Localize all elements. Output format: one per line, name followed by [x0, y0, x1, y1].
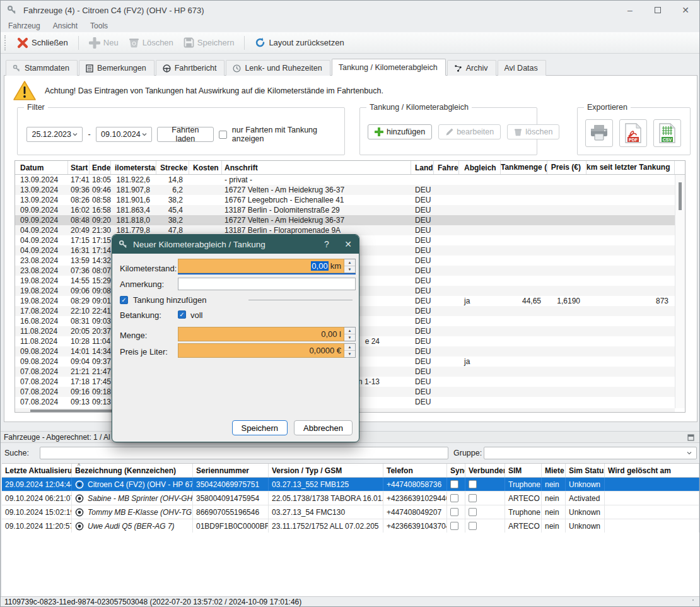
col-strecke[interactable]: Strecke: [156, 161, 189, 174]
new-button[interactable]: Neu: [84, 35, 124, 51]
save-button[interactable]: Speichern: [178, 35, 240, 50]
trip-row[interactable]: 09.09.2024 16:02 16:58 181.863,4 45,4 13…: [15, 205, 675, 215]
col-letzte-aktualisierung[interactable]: Letzte Aktualisierung: [2, 464, 72, 477]
menu-tools[interactable]: Tools: [84, 21, 114, 30]
group-select[interactable]: [484, 447, 697, 459]
col-kosten[interactable]: Kosten: [189, 161, 222, 174]
spin-down-icon[interactable]: ▼: [344, 334, 355, 341]
col-tankmenge[interactable]: Tankmenge (l): [501, 161, 547, 174]
col-sim[interactable]: SIM: [505, 464, 542, 477]
add-tankung-button[interactable]: hinzufügen: [368, 124, 432, 139]
dock-icon[interactable]: [687, 434, 694, 441]
spin-down-icon[interactable]: ▼: [344, 266, 355, 273]
tankung-checkbox[interactable]: ✓: [120, 296, 128, 304]
vehicle-row[interactable]: 09.10.2024 15:02:19 Tommy MB E-Klasse (O…: [2, 505, 699, 519]
tab-tankung-kilometerabgleich[interactable]: Tankung / Kilometerabgleich: [332, 59, 446, 76]
kilometerstand-spinner[interactable]: ▲▼: [344, 259, 356, 273]
spin-up-icon[interactable]: ▲: [344, 344, 355, 351]
col-miete[interactable]: Miete: [542, 464, 566, 477]
tab-archiv[interactable]: Archiv: [447, 60, 496, 76]
verbunden-checkbox[interactable]: [469, 508, 477, 516]
date-to-select[interactable]: 09.10.2024: [96, 127, 152, 142]
dialog-title-bar[interactable]: Neuer Kilometerabgleich / Tankung ? ✕: [112, 235, 359, 254]
sync-checkbox[interactable]: [450, 494, 458, 502]
trip-row[interactable]: 13.09.2024 08:26 08:58 181.901,6 38,2 16…: [15, 195, 675, 205]
export-pdf-button[interactable]: PDF: [619, 119, 647, 147]
menge-input[interactable]: 0,00 l: [178, 327, 344, 341]
search-input[interactable]: [40, 447, 448, 459]
trip-row[interactable]: 13.09.2024 09:36 09:46 181.907,8 6,2 167…: [15, 185, 675, 195]
vehicle-row[interactable]: 29.09.2024 12:04:44 Citroen C4 (FV2) (OH…: [2, 478, 699, 492]
col-sim-status[interactable]: Sim Status: [566, 464, 605, 477]
col-datum[interactable]: Datum: [15, 161, 68, 174]
close-button[interactable]: Schließen: [12, 35, 73, 51]
dialog-help-button[interactable]: ?: [316, 239, 337, 249]
col-preis[interactable]: Preis (€): [547, 161, 586, 174]
spin-down-icon[interactable]: ▼: [344, 351, 355, 357]
load-trips-button[interactable]: Fahrten laden: [157, 127, 214, 142]
vehicles-table-header[interactable]: ^ Letzte Aktualisierung Bezeichnung (Ken…: [2, 464, 699, 478]
scrollbar-thumb[interactable]: [30, 410, 114, 412]
col-start[interactable]: Start: [68, 161, 90, 174]
reset-layout-button[interactable]: Layout zurücksetzen: [250, 35, 349, 50]
menu-ansicht[interactable]: Ansicht: [47, 21, 84, 30]
close-window-button[interactable]: ✕: [672, 1, 699, 20]
delete-button[interactable]: Löschen: [124, 35, 178, 50]
dialog-save-button[interactable]: Speichern: [232, 420, 288, 435]
maximize-button[interactable]: [644, 1, 672, 20]
trips-table-header[interactable]: Datum Start Ende ilometerstand Strecke K…: [15, 161, 685, 175]
col-version-typ-gsm[interactable]: Version / Typ / GSM: [269, 464, 383, 477]
tab-bemerkungen[interactable]: Bemerkungen: [79, 60, 155, 76]
col-ende[interactable]: Ende: [90, 161, 111, 174]
preis-input[interactable]: 0,0000 €: [178, 343, 344, 358]
trip-abgleich: [459, 286, 501, 296]
trip-row[interactable]: 09.09.2024 08:48 09:20 181.818,0 38,2 16…: [15, 215, 675, 225]
sync-checkbox[interactable]: [450, 480, 458, 488]
print-button[interactable]: [585, 119, 613, 147]
col-wird-geloescht-am[interactable]: Wird gelöscht am: [605, 464, 699, 477]
anmerkung-input[interactable]: [178, 278, 356, 290]
tab-stammdaten[interactable]: Stammdaten: [6, 60, 78, 76]
delete-tankung-button[interactable]: löschen: [507, 124, 559, 139]
edit-tankung-button[interactable]: bearbeiten: [438, 124, 501, 139]
preis-spinner[interactable]: ▲▼: [344, 343, 356, 358]
dialog-close-button[interactable]: ✕: [337, 239, 359, 249]
col-abgleich[interactable]: Abgleich: [459, 161, 501, 174]
col-seriennummer[interactable]: Seriennummer: [193, 464, 269, 477]
col-telefon[interactable]: Telefon: [383, 464, 447, 477]
verbunden-checkbox[interactable]: [469, 480, 477, 488]
scrollbar-thumb[interactable]: [679, 182, 682, 210]
vehicle-row[interactable]: 09.10.2024 06:21:07 Sabine - MB Sprinter…: [2, 492, 699, 505]
sync-checkbox[interactable]: [450, 522, 458, 530]
dialog-cancel-button[interactable]: Abbrechen: [294, 420, 353, 435]
vertical-scrollbar[interactable]: [675, 175, 685, 408]
col-kilometerstand[interactable]: ilometerstand: [111, 161, 156, 174]
sync-checkbox[interactable]: [450, 508, 458, 516]
spin-up-icon[interactable]: ▲: [344, 259, 355, 266]
only-tank-checkbox[interactable]: [219, 131, 227, 139]
menu-fahrzeug[interactable]: Fahrzeug: [2, 21, 47, 30]
col-fahrer[interactable]: Fahrer: [434, 161, 459, 174]
col-sync[interactable]: Sync: [447, 464, 465, 477]
tab-avl-datas[interactable]: Avl Datas: [498, 60, 546, 76]
tab-lenk-ruhezeiten[interactable]: Lenk- und Ruhezeiten: [226, 60, 330, 76]
resize-grip[interactable]: [692, 599, 698, 605]
tab-fahrtbericht[interactable]: Fahrtbericht: [156, 60, 225, 76]
minimize-button[interactable]: –: [616, 1, 644, 20]
trip-row[interactable]: 13.09.2024 17:41 18:05 181.922,6 14,8 - …: [15, 175, 675, 185]
voll-checkbox[interactable]: ✓: [178, 310, 186, 319]
date-from-select[interactable]: 25.12.2023: [26, 127, 83, 142]
export-csv-button[interactable]: CSV: [653, 119, 681, 147]
col-km-seit-tankung[interactable]: km seit letzter Tankung: [586, 161, 675, 174]
menge-spinner[interactable]: ▲▼: [344, 327, 356, 341]
vehicle-row[interactable]: 09.10.2024 11:20:57 Uwe Audi Q5 (BER-AG …: [2, 519, 699, 533]
verbunden-checkbox[interactable]: [469, 522, 477, 530]
spin-up-icon[interactable]: ▲: [344, 327, 355, 334]
kilometerstand-input[interactable]: 0,00 km: [178, 259, 344, 273]
col-verbunden[interactable]: Verbunden: [465, 464, 505, 477]
col-anschrift[interactable]: Anschrift: [222, 161, 411, 174]
col-land[interactable]: Land: [411, 161, 434, 174]
col-bezeichnung[interactable]: Bezeichnung (Kennzeichen): [72, 464, 193, 477]
toolbar-grip[interactable]: [4, 35, 7, 50]
verbunden-checkbox[interactable]: [469, 494, 477, 502]
